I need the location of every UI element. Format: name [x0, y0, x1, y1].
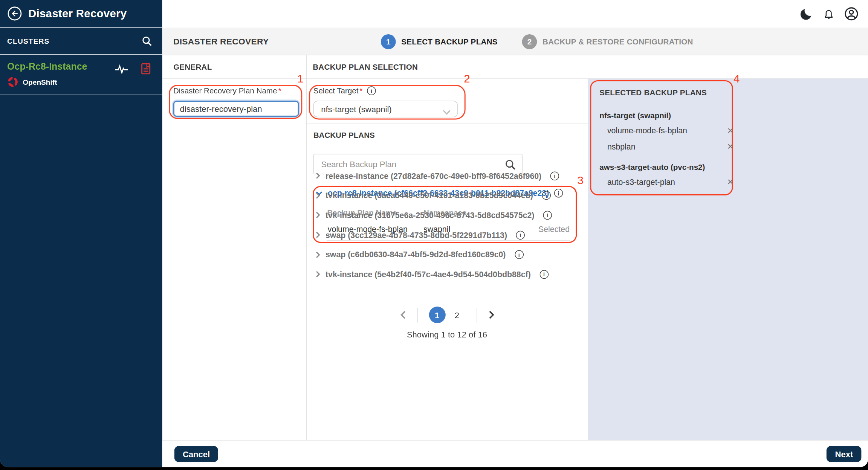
- selected-plan-row: nsbplan ×: [607, 142, 734, 151]
- search-icon[interactable]: [141, 35, 153, 47]
- plan-group-row[interactable]: tvk-instance (3aca5440-c50f-4101-a183-6b…: [316, 186, 586, 205]
- chevron-right-icon: [316, 231, 321, 238]
- app-window: Disaster Recovery CLUSTERS Ocp-Rc8-Insta…: [0, 0, 868, 467]
- target-select-dropdown[interactable]: nfs-target (swapnil): [313, 101, 458, 117]
- remove-plan-icon[interactable]: ×: [727, 143, 734, 151]
- plan-name-input[interactable]: [173, 101, 299, 117]
- openshift-logo-icon: [7, 76, 18, 87]
- annotation-number-2: 2: [464, 72, 470, 85]
- dark-mode-moon-icon[interactable]: [799, 7, 813, 21]
- selected-backup-plans-panel: SELECTED BACKUP PLANS nfs-target (swapni…: [588, 79, 868, 440]
- target-info-icon[interactable]: i: [367, 86, 376, 95]
- selected-group-target: nfs-target (swapnil): [599, 111, 671, 120]
- required-asterisk: *: [278, 86, 281, 95]
- footer-bar: Cancel Next: [162, 440, 868, 467]
- chevron-right-icon: [316, 251, 321, 258]
- plan-group-row[interactable]: release-instance (27d82afe-670c-49e0-bff…: [316, 166, 586, 186]
- pagination-prev-icon[interactable]: [399, 310, 406, 319]
- chevron-down-icon: [442, 107, 451, 117]
- target-select-value: nfs-target (swapnil): [321, 104, 391, 114]
- backup-plan-list: release-instance (27d82afe-670c-49e0-bff…: [316, 166, 586, 284]
- tab-step-select-backup-plans[interactable]: 1 SELECT BACKUP PLANS: [381, 27, 498, 55]
- target-section-divider: [307, 124, 588, 124]
- plan-group-row[interactable]: tvk-instance (5e4b2f40-f57c-4ae4-9d54-50…: [316, 264, 586, 284]
- selected-plan-row: auto-s3-target-plan ×: [607, 178, 734, 187]
- pagination-page-2[interactable]: 2: [449, 310, 465, 320]
- chevron-right-icon: [316, 212, 321, 219]
- chevron-right-icon: [316, 172, 321, 179]
- notifications-bell-icon[interactable]: [822, 8, 834, 20]
- sidebar-item-cluster[interactable]: Ocp-Rc8-Instance OpenShift: [0, 55, 162, 95]
- plan-group-row[interactable]: swap (3cc129ae-4b78-4735-8dbd-5f2291d7b1…: [316, 225, 586, 245]
- chevron-right-icon: [316, 271, 321, 278]
- select-target-label: Select Target* i: [313, 86, 376, 95]
- backup-plan-selection-title: BACKUP PLAN SELECTION: [313, 63, 418, 72]
- plan-group-row[interactable]: tvk-instance (31675e6a-2530-496c-8743-5d…: [316, 205, 586, 225]
- info-icon[interactable]: i: [515, 250, 524, 259]
- column-divider: [306, 55, 307, 440]
- selected-plan-row: volume-mode-fs-bplan ×: [607, 126, 734, 135]
- step-2-badge: 2: [522, 34, 537, 49]
- chevron-right-icon: [316, 192, 321, 199]
- step-2-label: BACKUP & RESTORE CONFIGURATION: [542, 37, 693, 46]
- account-user-icon[interactable]: [844, 7, 859, 21]
- info-icon[interactable]: i: [516, 230, 525, 240]
- pagination-divider: [417, 307, 417, 322]
- required-asterisk: *: [359, 86, 362, 95]
- backup-plans-title: BACKUP PLANS: [313, 131, 375, 140]
- plan-name-label: Disaster Recovery Plan Name*: [173, 86, 281, 95]
- tab-step-backup-restore-configuration[interactable]: 2 BACKUP & RESTORE CONFIGURATION: [522, 27, 693, 55]
- topbar: [162, 0, 868, 27]
- cluster-platform-label: OpenShift: [23, 78, 57, 86]
- sidebar-header: Disaster Recovery: [0, 0, 162, 27]
- clusters-header: CLUSTERS: [0, 27, 162, 55]
- back-icon[interactable]: [7, 6, 22, 21]
- cluster-license-icon[interactable]: [141, 63, 151, 75]
- step-1-badge: 1: [381, 34, 396, 49]
- remove-plan-icon[interactable]: ×: [727, 127, 734, 134]
- selected-panel-title: SELECTED BACKUP PLANS: [599, 88, 707, 97]
- step-1-label: SELECT BACKUP PLANS: [401, 37, 498, 46]
- pagination-next-icon[interactable]: [488, 310, 495, 319]
- selected-group-target: aws-s3-target-auto (pvc-ns2): [599, 163, 705, 172]
- info-icon[interactable]: i: [539, 270, 549, 279]
- info-icon[interactable]: i: [550, 171, 559, 180]
- plan-group-row[interactable]: swap (c6db0630-84a7-4bf5-9d2d-8fed160c89…: [316, 245, 586, 264]
- pagination: 1 2: [306, 305, 588, 324]
- cluster-health-pulse-icon[interactable]: [115, 64, 128, 73]
- annotation-number-1: 1: [297, 72, 303, 85]
- sidebar: Disaster Recovery CLUSTERS Ocp-Rc8-Insta…: [0, 0, 162, 467]
- remove-plan-icon[interactable]: ×: [727, 178, 734, 186]
- next-button[interactable]: Next: [827, 446, 861, 462]
- pagination-page-1[interactable]: 1: [429, 307, 445, 323]
- cancel-button[interactable]: Cancel: [174, 446, 218, 462]
- info-icon[interactable]: i: [542, 191, 551, 200]
- info-icon[interactable]: i: [543, 211, 552, 220]
- pagination-divider: [476, 307, 477, 322]
- page-title: Disaster Recovery: [28, 7, 127, 20]
- pagination-summary: Showing 1 to 12 of 16: [306, 330, 588, 339]
- breadcrumb: DISASTER RECOVERY: [173, 27, 269, 55]
- stepper-bar: DISASTER RECOVERY 1 SELECT BACKUP PLANS …: [162, 27, 868, 55]
- clusters-label: CLUSTERS: [7, 37, 49, 45]
- general-section-title: GENERAL: [173, 63, 212, 72]
